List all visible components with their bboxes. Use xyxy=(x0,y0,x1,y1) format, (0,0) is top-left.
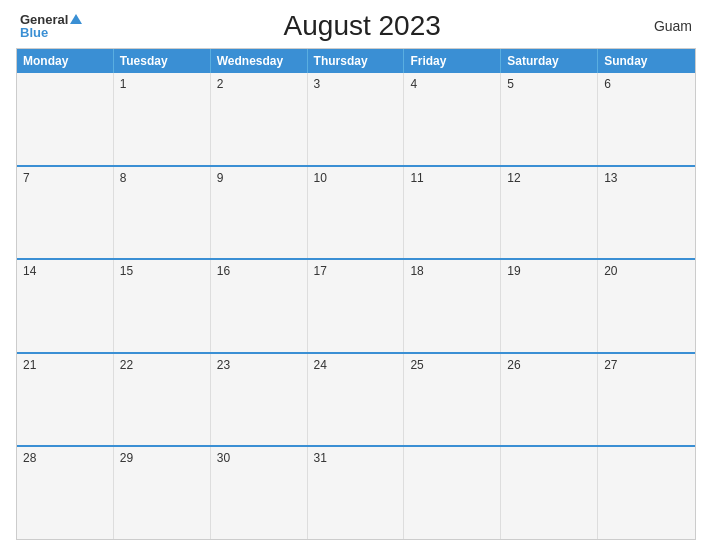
cell-aug-8: 8 xyxy=(114,167,211,259)
cell-aug-24: 24 xyxy=(308,354,405,446)
header-friday: Friday xyxy=(404,49,501,73)
week-5: 28 29 30 31 xyxy=(17,445,695,539)
month-title: August 2023 xyxy=(82,10,642,42)
logo: General Blue xyxy=(20,13,82,39)
cell-aug-1: 1 xyxy=(114,73,211,165)
cell-aug-23: 23 xyxy=(211,354,308,446)
calendar-body: 1 2 3 4 5 6 7 8 9 10 11 12 13 14 15 16 xyxy=(17,73,695,539)
cell-aug-15: 15 xyxy=(114,260,211,352)
cell-aug-4: 4 xyxy=(404,73,501,165)
cell-aug-30: 30 xyxy=(211,447,308,539)
cell-aug-5: 5 xyxy=(501,73,598,165)
header-wednesday: Wednesday xyxy=(211,49,308,73)
header-saturday: Saturday xyxy=(501,49,598,73)
week-3: 14 15 16 17 18 19 20 xyxy=(17,258,695,352)
cell-empty-2 xyxy=(404,447,501,539)
logo-triangle-icon xyxy=(70,14,82,24)
cell-aug-10: 10 xyxy=(308,167,405,259)
week-2: 7 8 9 10 11 12 13 xyxy=(17,165,695,259)
cell-aug-7: 7 xyxy=(17,167,114,259)
header-thursday: Thursday xyxy=(308,49,405,73)
week-1: 1 2 3 4 5 6 xyxy=(17,73,695,165)
cell-aug-12: 12 xyxy=(501,167,598,259)
cell-aug-3: 3 xyxy=(308,73,405,165)
cell-aug-27: 27 xyxy=(598,354,695,446)
header-monday: Monday xyxy=(17,49,114,73)
cell-aug-25: 25 xyxy=(404,354,501,446)
header-tuesday: Tuesday xyxy=(114,49,211,73)
cell-aug-28: 28 xyxy=(17,447,114,539)
cell-aug-31: 31 xyxy=(308,447,405,539)
cell-aug-26: 26 xyxy=(501,354,598,446)
cell-aug-2: 2 xyxy=(211,73,308,165)
cell-aug-14: 14 xyxy=(17,260,114,352)
cell-aug-20: 20 xyxy=(598,260,695,352)
cell-aug-9: 9 xyxy=(211,167,308,259)
calendar-header: Monday Tuesday Wednesday Thursday Friday… xyxy=(17,49,695,73)
week-4: 21 22 23 24 25 26 27 xyxy=(17,352,695,446)
cell-empty-3 xyxy=(501,447,598,539)
cell-aug-6: 6 xyxy=(598,73,695,165)
cell-aug-18: 18 xyxy=(404,260,501,352)
cell-aug-22: 22 xyxy=(114,354,211,446)
cell-aug-16: 16 xyxy=(211,260,308,352)
cell-aug-19: 19 xyxy=(501,260,598,352)
region-label: Guam xyxy=(642,18,692,34)
calendar: Monday Tuesday Wednesday Thursday Friday… xyxy=(16,48,696,540)
cell-aug-17: 17 xyxy=(308,260,405,352)
cell-aug-21: 21 xyxy=(17,354,114,446)
cell-aug-13: 13 xyxy=(598,167,695,259)
header-sunday: Sunday xyxy=(598,49,695,73)
header: General Blue August 2023 Guam xyxy=(16,10,696,42)
cell-empty-1 xyxy=(17,73,114,165)
logo-blue-text: Blue xyxy=(20,26,48,39)
cell-aug-29: 29 xyxy=(114,447,211,539)
cell-empty-4 xyxy=(598,447,695,539)
page: General Blue August 2023 Guam Monday Tue… xyxy=(0,0,712,550)
cell-aug-11: 11 xyxy=(404,167,501,259)
